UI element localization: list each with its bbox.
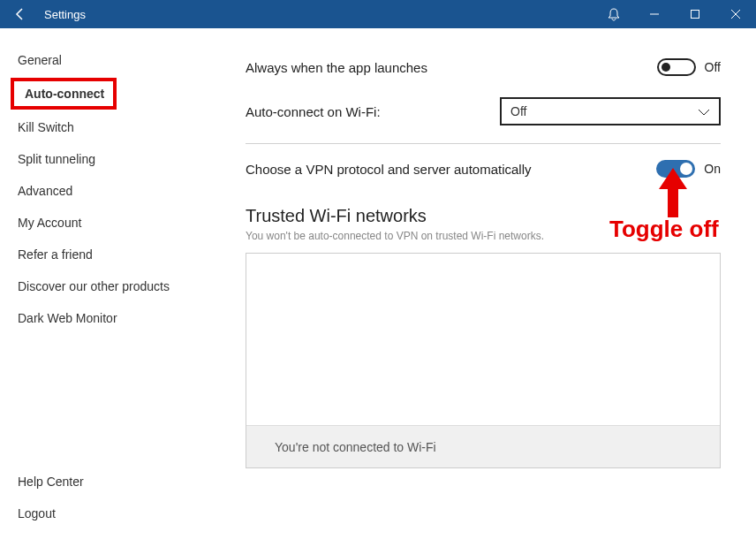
main-panel: Always when the app launches Off Auto-co… <box>228 28 756 547</box>
divider <box>246 143 721 144</box>
sidebar-item-discover[interactable]: Discover our other products <box>0 270 228 302</box>
sidebar-item-my-account[interactable]: My Account <box>0 207 228 239</box>
choose-protocol-toggle[interactable] <box>656 160 695 178</box>
autoconnect-wifi-select[interactable]: Off <box>500 97 721 125</box>
trusted-wifi-sub: You won't be auto-connected to VPN on tr… <box>246 230 721 242</box>
notifications-button[interactable] <box>593 0 634 28</box>
trusted-wifi-title: Trusted Wi-Fi networks <box>246 206 721 226</box>
sidebar: General Auto-connect Kill Switch Split t… <box>0 28 228 547</box>
always-launch-state: Off <box>705 60 721 74</box>
sidebar-item-general[interactable]: General <box>0 44 228 76</box>
annotation-highlight-box: Auto-connect <box>11 78 117 110</box>
choose-protocol-label: Choose a VPN protocol and server automat… <box>246 162 532 177</box>
titlebar: Settings <box>0 0 756 28</box>
trusted-wifi-list: You're not connected to Wi-Fi <box>246 253 721 468</box>
sidebar-item-logout[interactable]: Logout <box>0 498 228 529</box>
sidebar-item-help-center[interactable]: Help Center <box>0 466 228 498</box>
sidebar-item-advanced[interactable]: Advanced <box>0 175 228 207</box>
choose-protocol-state: On <box>704 162 721 176</box>
autoconnect-wifi-value: Off <box>510 104 526 118</box>
sidebar-item-auto-connect[interactable]: Auto-connect <box>25 87 104 101</box>
chevron-down-icon <box>698 104 710 118</box>
close-button[interactable] <box>715 0 756 28</box>
back-button[interactable] <box>0 0 41 28</box>
always-launch-toggle[interactable] <box>657 58 696 76</box>
maximize-button[interactable] <box>675 0 715 28</box>
window-title: Settings <box>44 8 86 21</box>
sidebar-item-dark-web[interactable]: Dark Web Monitor <box>0 302 228 334</box>
svg-rect-1 <box>692 11 699 19</box>
sidebar-item-refer[interactable]: Refer a friend <box>0 239 228 270</box>
trusted-wifi-footer: You're not connected to Wi-Fi <box>246 425 720 467</box>
always-launch-label: Always when the app launches <box>246 60 427 75</box>
autoconnect-wifi-label: Auto-connect on Wi-Fi: <box>246 104 381 119</box>
sidebar-item-split-tunneling[interactable]: Split tunneling <box>0 143 228 175</box>
sidebar-item-kill-switch[interactable]: Kill Switch <box>0 111 228 143</box>
minimize-button[interactable] <box>634 0 675 28</box>
